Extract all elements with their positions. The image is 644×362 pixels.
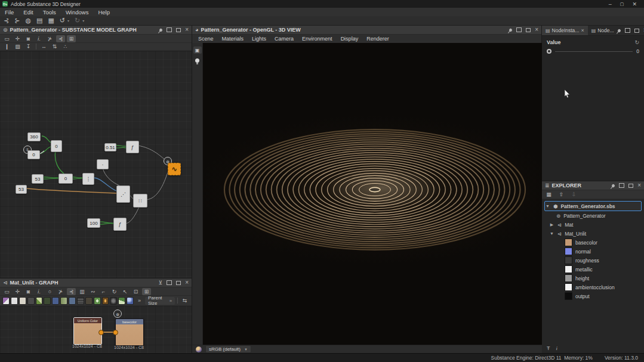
cut-links-icon[interactable]: ⊁	[56, 288, 65, 295]
curve-node-icon[interactable]	[44, 297, 51, 305]
chain-icon[interactable]: ∾	[88, 288, 97, 295]
close-button[interactable]: ✕	[632, 1, 637, 7]
maximize-panel-icon[interactable]	[634, 29, 639, 33]
menu-lights[interactable]: Lights	[252, 36, 266, 42]
material-ball-icon[interactable]	[196, 346, 202, 352]
publish-icon[interactable]: ◍	[25, 17, 31, 24]
align-vertical-icon[interactable]: ⇅	[50, 43, 59, 50]
export-icon[interactable]: ⇧	[557, 191, 566, 198]
info-mode-icon[interactable]: i.	[35, 288, 44, 295]
chevron-down-icon[interactable]: ▼	[545, 204, 550, 208]
tree-item-metallic[interactable]: metallic	[543, 265, 643, 274]
colorspace-dropdown[interactable]: sRGB (default) ▼	[205, 345, 251, 353]
light-bulb-icon[interactable]	[195, 58, 199, 63]
stack-icon[interactable]: ▥	[78, 288, 87, 295]
graph-node-function-b[interactable]: ƒ	[113, 218, 127, 231]
float-panel-icon[interactable]	[625, 28, 630, 33]
close-panel-icon[interactable]: ×	[637, 182, 641, 188]
menu-environment[interactable]: Environment	[302, 36, 332, 42]
float-panel-icon[interactable]	[619, 183, 624, 188]
output-pin[interactable]	[98, 330, 104, 335]
zoom-icon[interactable]: ○	[45, 288, 54, 295]
menu-scene[interactable]: Scene	[198, 36, 214, 42]
more-nodes-icon[interactable]: »	[135, 297, 144, 304]
tree-item-height[interactable]: height	[543, 274, 643, 283]
tree-item-output[interactable]: output	[543, 292, 643, 301]
close-tab-icon[interactable]: ×	[581, 27, 584, 33]
save-icon[interactable]: ▦	[544, 191, 553, 198]
basecolor-output-node[interactable]: basecolor	[115, 318, 144, 346]
tile-node-icon[interactable]	[77, 297, 84, 305]
frame-all-icon[interactable]: ⊞	[67, 35, 76, 42]
link-nodes-icon[interactable]: ⊰	[4, 17, 9, 24]
chevron-right-icon[interactable]: ▶	[549, 222, 554, 227]
sphere-node-icon[interactable]	[110, 297, 117, 305]
spot-node-icon[interactable]	[102, 297, 109, 305]
info-mode-icon[interactable]: i.	[35, 35, 44, 42]
tag-icon[interactable]: Ŧ	[547, 345, 550, 351]
close-panel-icon[interactable]: ×	[535, 27, 538, 33]
corner-icon[interactable]: ⌐	[99, 288, 108, 295]
float-panel-icon[interactable]	[167, 280, 172, 285]
uniform-color-node[interactable]: Uniform Color	[73, 317, 102, 345]
tree-item-ambientocclusion[interactable]: ambientocclusion	[543, 283, 643, 292]
tree-item-normal[interactable]: normal	[543, 247, 643, 256]
menu-file[interactable]: File	[5, 9, 14, 16]
graph-node-function-a[interactable]: ƒ	[126, 141, 139, 153]
blur-node-icon[interactable]	[60, 297, 67, 305]
warp-node-icon[interactable]	[69, 297, 76, 305]
graph-node-angle[interactable]: 360	[27, 132, 41, 141]
redo-dropdown-icon[interactable]: ▾	[82, 18, 84, 23]
input-pin[interactable]	[113, 330, 118, 335]
tree-item-mat[interactable]: ▶ ⊲ Mat	[543, 220, 643, 229]
snap-icon[interactable]: ∴	[61, 43, 70, 50]
float-panel-icon[interactable]	[516, 27, 522, 32]
menu-renderer[interactable]: Renderer	[366, 36, 389, 42]
float-panel-icon[interactable]	[167, 27, 172, 32]
tree-item-basecolor[interactable]: basecolor	[543, 238, 643, 247]
gradient-node-icon[interactable]	[36, 297, 43, 305]
menu-edit[interactable]: Edit	[23, 9, 33, 16]
graph-node-add-a[interactable]: 0	[51, 140, 62, 152]
slider-track[interactable]	[555, 51, 633, 52]
chevron-down-icon[interactable]: ▼	[549, 231, 554, 236]
graph-node-output[interactable]: ∿	[168, 163, 181, 175]
undo-dropdown-icon[interactable]: ▾	[67, 18, 69, 23]
parent-size-control[interactable]: Parent Size »	[145, 297, 175, 305]
tree-item-package[interactable]: ▼ ⬢ Pattern_Generator.sbs	[544, 201, 642, 211]
frame-icon[interactable]: ▨	[13, 43, 22, 50]
tree-item-roughness[interactable]: roughness	[543, 256, 643, 265]
graph-node-hundred[interactable]: 100	[87, 218, 100, 228]
auto-link-icon[interactable]: ⊰	[56, 35, 65, 42]
maximize-panel-icon[interactable]	[176, 28, 181, 32]
shape-node-icon[interactable]	[94, 297, 101, 305]
graph-node-half[interactable]: 0.51	[104, 143, 116, 151]
marquee-select-icon[interactable]: ▭	[2, 288, 11, 295]
tree-item-pattern-generator[interactable]: ⊚ Pattern_Generator	[543, 211, 643, 220]
moon-node-icon[interactable]	[127, 297, 134, 305]
restore-button[interactable]: ▢	[620, 2, 624, 7]
save-icon[interactable]: ▦	[48, 17, 54, 24]
tree-item-mat-unlit[interactable]: ▼ ⊲ Mat_Unlit	[543, 229, 643, 238]
camera-icon[interactable]: ▣	[193, 47, 202, 54]
pan-icon[interactable]: ✛	[13, 288, 22, 295]
graph-node-count-a[interactable]: 53	[32, 174, 44, 184]
reset-function-icon[interactable]: ↻	[634, 39, 639, 45]
maximize-panel-icon[interactable]	[526, 28, 531, 32]
maximize-panel-icon[interactable]	[176, 281, 181, 285]
graph-node-multiply[interactable]: ·	[97, 159, 109, 169]
pin-icon[interactable]	[159, 27, 163, 32]
info-icon[interactable]: i	[556, 345, 558, 351]
spread-icon[interactable]: ↔	[39, 43, 48, 50]
undo-icon[interactable]: ↺	[60, 17, 65, 24]
pin-icon[interactable]	[509, 27, 513, 32]
pin-icon[interactable]	[617, 28, 621, 32]
comment-icon[interactable]: ❙	[2, 43, 11, 50]
uniform-color-node-icon[interactable]	[2, 297, 10, 305]
present-icon[interactable]: ⊡	[131, 288, 140, 295]
minimize-button[interactable]: –	[609, 1, 612, 7]
levels-node-icon[interactable]	[19, 297, 26, 305]
menu-materials[interactable]: Materials	[222, 36, 244, 42]
graph-node-zero[interactable]: 0	[27, 150, 40, 159]
view3d-viewport[interactable]	[203, 43, 542, 345]
